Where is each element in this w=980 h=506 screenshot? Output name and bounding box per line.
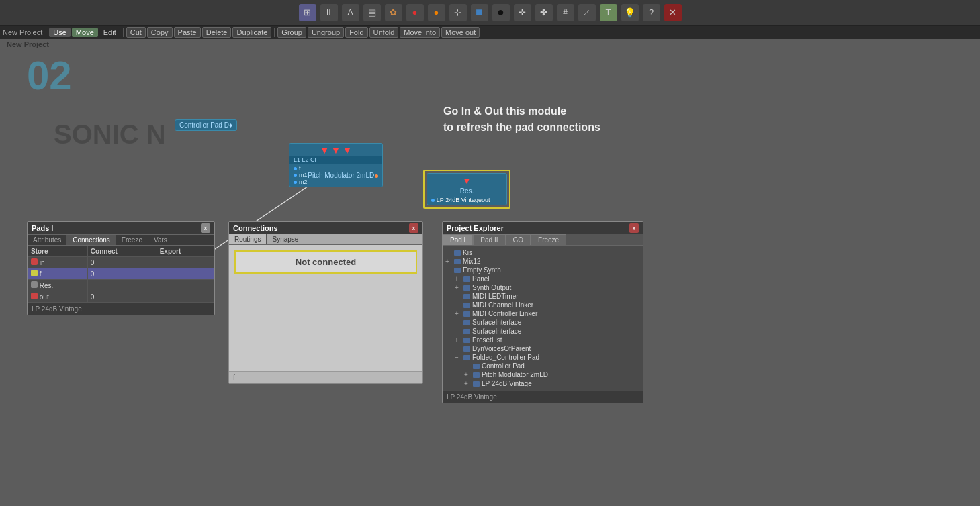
expand-preset[interactable]: + xyxy=(455,336,461,344)
unfold-button[interactable]: Unfold xyxy=(369,27,399,38)
pads-panel-header: Pads I × xyxy=(28,222,214,235)
tab-freeze[interactable]: Freeze xyxy=(116,235,148,245)
cut-button[interactable]: Cut xyxy=(126,27,146,38)
list-item[interactable]: SurfaceInterface xyxy=(445,318,640,327)
menu-bar: New Project Use Move Edit Cut Copy Paste… xyxy=(0,26,980,39)
lp-node[interactable]: ▼ Res. LP 24dB Vintageout xyxy=(427,173,507,205)
connections-panel-title: Connections xyxy=(233,224,278,232)
move-icon[interactable]: ✛ xyxy=(514,4,531,21)
expand-emptysynth[interactable]: − xyxy=(445,266,452,274)
midictl-label: MIDI Controller Linker xyxy=(472,310,537,317)
expand-mix12[interactable]: + xyxy=(445,258,452,265)
checker-icon[interactable]: ⊹ xyxy=(449,4,467,21)
orange-circle[interactable]: ● xyxy=(428,4,445,21)
expand-pitchmod[interactable]: + xyxy=(464,371,471,378)
fold-button[interactable]: Fold xyxy=(345,27,367,38)
list-item[interactable]: + MIDI Controller Linker xyxy=(445,309,640,318)
menu-move[interactable]: Move xyxy=(72,28,98,37)
midichan-label: MIDI Channel Linker xyxy=(472,301,533,309)
red-circle[interactable]: ● xyxy=(406,4,424,21)
help-icon[interactable]: ? xyxy=(643,4,660,21)
tab-pad-ii[interactable]: Pad II xyxy=(473,234,505,245)
expand-panel[interactable]: + xyxy=(455,275,461,283)
tab-routings[interactable]: Routings xyxy=(229,234,267,244)
tip-icon[interactable]: T xyxy=(600,4,617,21)
expand-synthout[interactable]: + xyxy=(455,284,461,291)
explorer-close-button[interactable]: × xyxy=(629,223,639,233)
controller-pad-node[interactable]: Controller Pad D♦ xyxy=(175,119,237,131)
group-button[interactable]: Group xyxy=(277,27,306,38)
tab-attributes[interactable]: Attributes xyxy=(28,235,67,245)
row-out-connect[interactable]: 0 xyxy=(87,291,157,303)
copy-button[interactable]: Copy xyxy=(147,27,173,38)
instruction-line2: to refresh the pad connections xyxy=(443,119,600,136)
list-item[interactable]: − Empty Synth xyxy=(445,266,640,274)
ungroup-button[interactable]: Ungroup xyxy=(308,27,344,38)
pads-close-button[interactable]: × xyxy=(201,223,210,233)
row-f-connect[interactable]: 0 xyxy=(87,268,157,280)
connections-panel: Connections × Routings Synapse Not conne… xyxy=(228,221,423,384)
list-item[interactable]: DynVoicesOfParent xyxy=(445,344,640,353)
row-in-connect[interactable]: 0 xyxy=(87,257,157,268)
list-item[interactable]: MIDI LEDTimer xyxy=(445,292,640,301)
tab-connections[interactable]: Connections xyxy=(67,235,116,245)
table-row[interactable]: f 0 xyxy=(28,268,214,280)
bulb-icon[interactable]: 💡 xyxy=(621,4,639,21)
tab-synapse[interactable]: Synapse xyxy=(267,234,304,244)
toolbar-icons: ⊞ ⏸ A ▤ ✿ ● ● ⊹ ■ ● ✛ ✤ # ⟋ T 💡 ? ✕ xyxy=(299,4,682,21)
list-item[interactable]: + Synth Output xyxy=(445,283,640,292)
list-item[interactable]: + Pitch Modulator 2mLD xyxy=(445,370,640,379)
expand-midictl[interactable]: + xyxy=(455,310,461,317)
expand-lp24[interactable]: + xyxy=(464,380,471,387)
col-store: Store xyxy=(28,246,88,257)
diagonal-icon[interactable]: ⟋ xyxy=(578,4,596,21)
preset-icon xyxy=(463,338,470,343)
table-row[interactable]: in 0 xyxy=(28,257,214,268)
list-item[interactable]: Controller Pad xyxy=(445,362,640,370)
paste-button[interactable]: Paste xyxy=(174,27,201,38)
surf1-icon xyxy=(463,320,470,325)
delete-button[interactable]: Delete xyxy=(202,27,232,38)
list-item[interactable]: SurfaceInterface xyxy=(445,327,640,336)
move-out-button[interactable]: Move out xyxy=(441,27,480,38)
tab-vars[interactable]: Vars xyxy=(148,235,173,245)
explorer-tabs: Pad I Pad II GO Freeze xyxy=(443,234,643,246)
pitch-modulator-node[interactable]: ▼ ▼ ▼ L1 L2 CF f m1 m2 Pitch Modulator 2… xyxy=(289,143,383,187)
layers-icon[interactable]: ▤ xyxy=(363,4,381,21)
text-icon[interactable]: A xyxy=(342,4,359,21)
list-item[interactable]: Kis xyxy=(445,248,640,257)
not-connected-label: Not connected xyxy=(234,250,417,274)
expand-folded[interactable]: − xyxy=(455,354,461,361)
list-item[interactable]: + PresetList xyxy=(445,336,640,344)
list-item[interactable]: MIDI Channel Linker xyxy=(445,301,640,309)
hash-icon[interactable]: # xyxy=(557,4,574,21)
pause-icon[interactable]: ⏸ xyxy=(320,4,338,21)
tab-pad-i[interactable]: Pad I xyxy=(443,234,473,245)
surf2-label: SurfaceInterface xyxy=(472,327,521,335)
grid-icon[interactable]: ⊞ xyxy=(299,4,316,21)
close-icon[interactable]: ✕ xyxy=(664,4,682,21)
explorer-panel-header: Project Explorer × xyxy=(443,222,643,234)
panel-label: Panel xyxy=(472,275,490,283)
list-item[interactable]: + Mix12 xyxy=(445,257,640,266)
target-icon[interactable]: ✿ xyxy=(385,4,402,21)
explorer-panel-title: Project Explorer xyxy=(447,224,504,232)
black-circle[interactable]: ● xyxy=(492,4,510,21)
cross-icon[interactable]: ✤ xyxy=(535,4,553,21)
table-row[interactable]: Res. xyxy=(28,280,214,291)
blue-square[interactable]: ■ xyxy=(471,4,488,21)
connections-body: Not connected xyxy=(229,250,422,371)
move-into-button[interactable]: Move into xyxy=(400,27,440,38)
list-item[interactable]: + Panel xyxy=(445,274,640,283)
row-f-export xyxy=(157,268,214,280)
table-row[interactable]: out 0 xyxy=(28,291,214,303)
tab-go[interactable]: GO xyxy=(506,234,531,245)
tab-freeze-exp[interactable]: Freeze xyxy=(531,234,566,245)
duplicate-button[interactable]: Duplicate xyxy=(232,27,271,38)
list-item[interactable]: + LP 24dB Vintage xyxy=(445,379,640,388)
menu-edit[interactable]: Edit xyxy=(99,28,120,37)
menu-use[interactable]: Use xyxy=(49,28,71,37)
synthout-label: Synth Output xyxy=(472,284,511,291)
list-item[interactable]: − Folded_Controller Pad xyxy=(445,353,640,362)
connections-close-button[interactable]: × xyxy=(409,223,418,233)
